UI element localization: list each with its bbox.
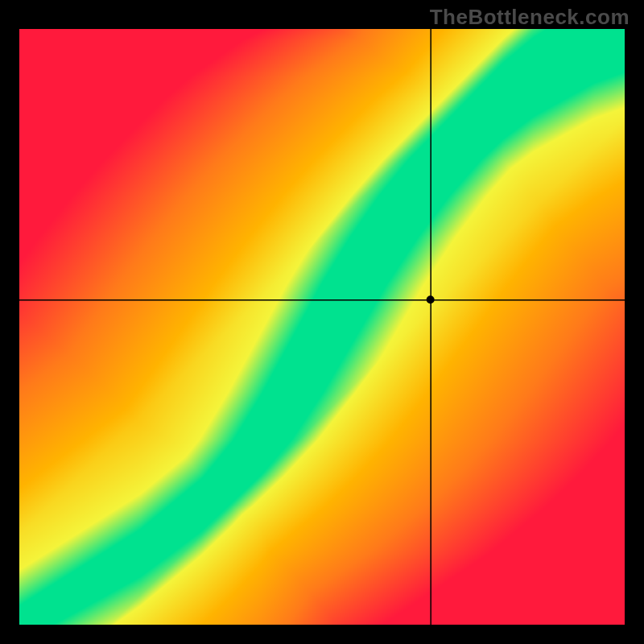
chart-frame: TheBottleneck.com [0, 0, 644, 644]
watermark-text: TheBottleneck.com [430, 5, 630, 30]
heatmap-canvas [19, 29, 625, 625]
